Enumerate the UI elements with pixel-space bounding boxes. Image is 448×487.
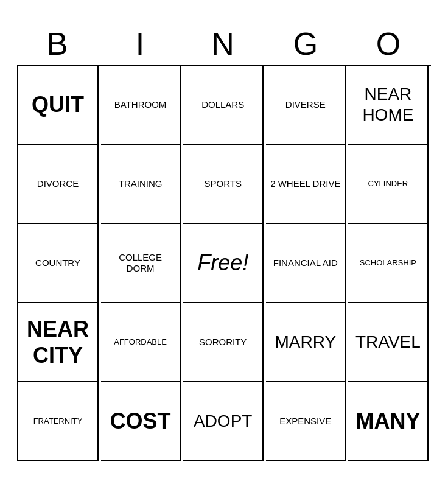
bingo-cell-0: QUIT xyxy=(18,66,99,145)
cell-text: CYLINDER xyxy=(368,179,408,189)
bingo-cell-14: SCHOLARSHIP xyxy=(348,224,429,303)
bingo-cell-13: FINANCIAL AID xyxy=(266,224,346,303)
bingo-cell-4: NEAR HOME xyxy=(348,66,429,145)
bingo-cell-19: TRAVEL xyxy=(348,303,429,382)
bingo-cell-2: DOLLARS xyxy=(183,66,264,145)
bingo-cell-16: AFFORDABLE xyxy=(101,303,181,382)
cell-text: DIVORCE xyxy=(37,178,79,189)
bingo-cell-8: 2 WHEEL DRIVE xyxy=(266,145,346,224)
bingo-cell-18: MARRY xyxy=(266,303,346,382)
cell-text: COST xyxy=(110,408,171,434)
cell-text: NEAR HOME xyxy=(352,84,424,125)
cell-text: SCHOLARSHIP xyxy=(360,258,416,268)
cell-text: TRAVEL xyxy=(355,332,421,352)
bingo-cell-1: BATHROOM xyxy=(101,66,181,145)
cell-text: MARRY xyxy=(275,332,336,352)
cell-text: DIVERSE xyxy=(285,99,326,110)
cell-text: QUIT xyxy=(32,91,84,117)
cell-text: SORORITY xyxy=(199,337,247,348)
cell-text: MANY xyxy=(355,408,420,434)
bingo-cell-7: SPORTS xyxy=(183,145,264,224)
bingo-cell-23: EXPENSIVE xyxy=(266,382,346,461)
bingo-cell-5: DIVORCE xyxy=(18,145,99,224)
cell-text: FINANCIAL AID xyxy=(273,258,338,268)
bingo-cell-11: COLLEGE DORM xyxy=(101,224,181,303)
cell-text: NEAR CITY xyxy=(22,316,94,368)
cell-text: SPORTS xyxy=(204,178,241,189)
bingo-cell-10: COUNTRY xyxy=(18,224,99,303)
bingo-cell-24: MANY xyxy=(348,382,429,461)
bingo-cell-12: Free! xyxy=(183,224,264,303)
cell-text: Free! xyxy=(197,250,248,276)
bingo-header: BINGO xyxy=(17,26,431,62)
cell-text: DOLLARS xyxy=(201,99,244,110)
cell-text: AFFORDABLE xyxy=(114,337,167,347)
bingo-cell-17: SORORITY xyxy=(183,303,264,382)
cell-text: 2 WHEEL DRIVE xyxy=(270,178,340,189)
cell-text: FRATERNITY xyxy=(33,416,83,426)
cell-text: ADOPT xyxy=(194,411,252,432)
header-letter-o: O xyxy=(350,26,429,62)
header-letter-n: N xyxy=(184,26,264,62)
cell-text: COUNTRY xyxy=(35,258,80,268)
bingo-cell-21: COST xyxy=(101,382,181,461)
bingo-cell-3: DIVERSE xyxy=(266,66,346,145)
bingo-grid: QUITBATHROOMDOLLARSDIVERSENEAR HOMEDIVOR… xyxy=(17,65,431,461)
bingo-cell-20: FRATERNITY xyxy=(18,382,99,461)
bingo-cell-22: ADOPT xyxy=(183,382,264,461)
cell-text: BATHROOM xyxy=(114,99,167,110)
header-letter-i: I xyxy=(102,26,181,62)
cell-text: EXPENSIVE xyxy=(279,416,331,427)
cell-text: TRAINING xyxy=(119,178,163,189)
bingo-cell-6: TRAINING xyxy=(101,145,181,224)
bingo-cell-9: CYLINDER xyxy=(348,145,429,224)
bingo-cell-15: NEAR CITY xyxy=(18,303,99,382)
header-letter-b: B xyxy=(19,26,98,62)
header-letter-g: G xyxy=(267,26,346,62)
bingo-card: BINGO QUITBATHROOMDOLLARSDIVERSENEAR HOM… xyxy=(11,19,437,468)
cell-text: COLLEGE DORM xyxy=(105,252,177,274)
